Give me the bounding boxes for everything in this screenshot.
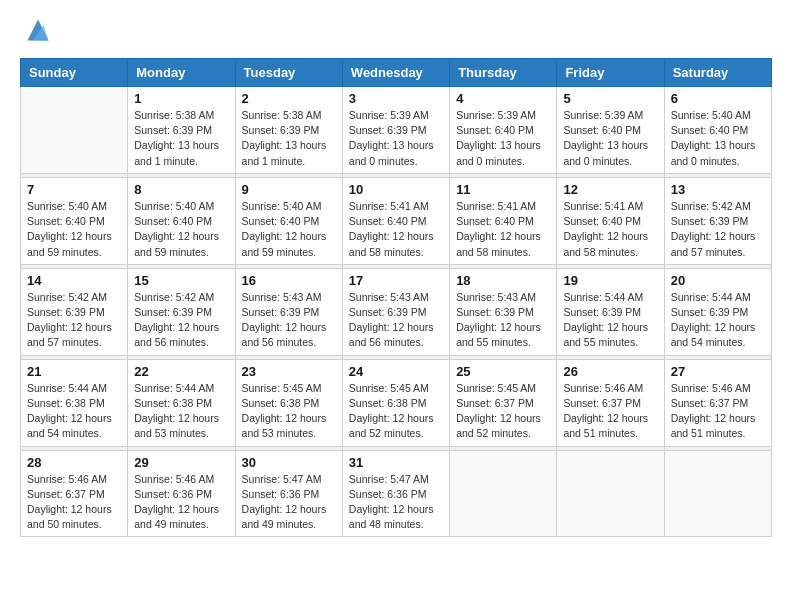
- day-info: Sunrise: 5:42 AM Sunset: 6:39 PM Dayligh…: [134, 290, 228, 351]
- day-number: 5: [563, 91, 657, 106]
- day-number: 20: [671, 273, 765, 288]
- week-row-3: 14Sunrise: 5:42 AM Sunset: 6:39 PM Dayli…: [21, 268, 772, 355]
- weekday-saturday: Saturday: [664, 59, 771, 87]
- day-info: Sunrise: 5:41 AM Sunset: 6:40 PM Dayligh…: [563, 199, 657, 260]
- day-number: 11: [456, 182, 550, 197]
- calendar-table: SundayMondayTuesdayWednesdayThursdayFrid…: [20, 58, 772, 537]
- calendar-cell: 10Sunrise: 5:41 AM Sunset: 6:40 PM Dayli…: [342, 177, 449, 264]
- calendar-cell: 25Sunrise: 5:45 AM Sunset: 6:37 PM Dayli…: [450, 359, 557, 446]
- calendar-cell: 3Sunrise: 5:39 AM Sunset: 6:39 PM Daylig…: [342, 87, 449, 174]
- day-number: 26: [563, 364, 657, 379]
- calendar-cell: 21Sunrise: 5:44 AM Sunset: 6:38 PM Dayli…: [21, 359, 128, 446]
- day-number: 19: [563, 273, 657, 288]
- weekday-header-row: SundayMondayTuesdayWednesdayThursdayFrid…: [21, 59, 772, 87]
- day-info: Sunrise: 5:39 AM Sunset: 6:40 PM Dayligh…: [563, 108, 657, 169]
- day-number: 8: [134, 182, 228, 197]
- calendar-cell: 1Sunrise: 5:38 AM Sunset: 6:39 PM Daylig…: [128, 87, 235, 174]
- day-number: 14: [27, 273, 121, 288]
- week-row-1: 1Sunrise: 5:38 AM Sunset: 6:39 PM Daylig…: [21, 87, 772, 174]
- day-number: 29: [134, 455, 228, 470]
- week-row-2: 7Sunrise: 5:40 AM Sunset: 6:40 PM Daylig…: [21, 177, 772, 264]
- calendar-cell: 16Sunrise: 5:43 AM Sunset: 6:39 PM Dayli…: [235, 268, 342, 355]
- day-number: 15: [134, 273, 228, 288]
- weekday-tuesday: Tuesday: [235, 59, 342, 87]
- weekday-sunday: Sunday: [21, 59, 128, 87]
- day-number: 3: [349, 91, 443, 106]
- day-info: Sunrise: 5:47 AM Sunset: 6:36 PM Dayligh…: [242, 472, 336, 533]
- calendar-cell: 11Sunrise: 5:41 AM Sunset: 6:40 PM Dayli…: [450, 177, 557, 264]
- day-info: Sunrise: 5:42 AM Sunset: 6:39 PM Dayligh…: [671, 199, 765, 260]
- calendar-cell: 18Sunrise: 5:43 AM Sunset: 6:39 PM Dayli…: [450, 268, 557, 355]
- day-number: 30: [242, 455, 336, 470]
- calendar-cell: [21, 87, 128, 174]
- day-number: 18: [456, 273, 550, 288]
- calendar-cell: 9Sunrise: 5:40 AM Sunset: 6:40 PM Daylig…: [235, 177, 342, 264]
- day-info: Sunrise: 5:46 AM Sunset: 6:37 PM Dayligh…: [671, 381, 765, 442]
- calendar-cell: 7Sunrise: 5:40 AM Sunset: 6:40 PM Daylig…: [21, 177, 128, 264]
- day-number: 22: [134, 364, 228, 379]
- day-info: Sunrise: 5:38 AM Sunset: 6:39 PM Dayligh…: [242, 108, 336, 169]
- logo: [20, 20, 52, 48]
- day-number: 24: [349, 364, 443, 379]
- day-info: Sunrise: 5:44 AM Sunset: 6:39 PM Dayligh…: [563, 290, 657, 351]
- day-info: Sunrise: 5:46 AM Sunset: 6:37 PM Dayligh…: [27, 472, 121, 533]
- day-info: Sunrise: 5:38 AM Sunset: 6:39 PM Dayligh…: [134, 108, 228, 169]
- calendar-cell: [664, 450, 771, 537]
- calendar-cell: 12Sunrise: 5:41 AM Sunset: 6:40 PM Dayli…: [557, 177, 664, 264]
- calendar-cell: 26Sunrise: 5:46 AM Sunset: 6:37 PM Dayli…: [557, 359, 664, 446]
- day-info: Sunrise: 5:46 AM Sunset: 6:37 PM Dayligh…: [563, 381, 657, 442]
- logo-icon: [24, 16, 52, 44]
- calendar-cell: 2Sunrise: 5:38 AM Sunset: 6:39 PM Daylig…: [235, 87, 342, 174]
- week-row-5: 28Sunrise: 5:46 AM Sunset: 6:37 PM Dayli…: [21, 450, 772, 537]
- calendar-cell: 30Sunrise: 5:47 AM Sunset: 6:36 PM Dayli…: [235, 450, 342, 537]
- day-number: 2: [242, 91, 336, 106]
- day-number: 9: [242, 182, 336, 197]
- day-number: 23: [242, 364, 336, 379]
- day-number: 1: [134, 91, 228, 106]
- calendar-cell: 27Sunrise: 5:46 AM Sunset: 6:37 PM Dayli…: [664, 359, 771, 446]
- day-number: 27: [671, 364, 765, 379]
- calendar-cell: 15Sunrise: 5:42 AM Sunset: 6:39 PM Dayli…: [128, 268, 235, 355]
- day-info: Sunrise: 5:46 AM Sunset: 6:36 PM Dayligh…: [134, 472, 228, 533]
- day-info: Sunrise: 5:45 AM Sunset: 6:38 PM Dayligh…: [349, 381, 443, 442]
- day-info: Sunrise: 5:44 AM Sunset: 6:38 PM Dayligh…: [134, 381, 228, 442]
- day-number: 17: [349, 273, 443, 288]
- calendar-cell: 22Sunrise: 5:44 AM Sunset: 6:38 PM Dayli…: [128, 359, 235, 446]
- calendar-cell: 13Sunrise: 5:42 AM Sunset: 6:39 PM Dayli…: [664, 177, 771, 264]
- day-number: 12: [563, 182, 657, 197]
- day-info: Sunrise: 5:40 AM Sunset: 6:40 PM Dayligh…: [134, 199, 228, 260]
- day-info: Sunrise: 5:40 AM Sunset: 6:40 PM Dayligh…: [671, 108, 765, 169]
- day-info: Sunrise: 5:43 AM Sunset: 6:39 PM Dayligh…: [349, 290, 443, 351]
- day-info: Sunrise: 5:44 AM Sunset: 6:39 PM Dayligh…: [671, 290, 765, 351]
- day-number: 28: [27, 455, 121, 470]
- calendar-cell: 17Sunrise: 5:43 AM Sunset: 6:39 PM Dayli…: [342, 268, 449, 355]
- calendar-cell: 20Sunrise: 5:44 AM Sunset: 6:39 PM Dayli…: [664, 268, 771, 355]
- calendar-cell: 19Sunrise: 5:44 AM Sunset: 6:39 PM Dayli…: [557, 268, 664, 355]
- day-number: 6: [671, 91, 765, 106]
- day-number: 10: [349, 182, 443, 197]
- day-number: 16: [242, 273, 336, 288]
- weekday-friday: Friday: [557, 59, 664, 87]
- day-number: 21: [27, 364, 121, 379]
- calendar-cell: 24Sunrise: 5:45 AM Sunset: 6:38 PM Dayli…: [342, 359, 449, 446]
- day-info: Sunrise: 5:45 AM Sunset: 6:37 PM Dayligh…: [456, 381, 550, 442]
- weekday-thursday: Thursday: [450, 59, 557, 87]
- day-info: Sunrise: 5:39 AM Sunset: 6:39 PM Dayligh…: [349, 108, 443, 169]
- calendar-cell: 8Sunrise: 5:40 AM Sunset: 6:40 PM Daylig…: [128, 177, 235, 264]
- day-info: Sunrise: 5:41 AM Sunset: 6:40 PM Dayligh…: [349, 199, 443, 260]
- week-row-4: 21Sunrise: 5:44 AM Sunset: 6:38 PM Dayli…: [21, 359, 772, 446]
- day-info: Sunrise: 5:43 AM Sunset: 6:39 PM Dayligh…: [456, 290, 550, 351]
- calendar-cell: 28Sunrise: 5:46 AM Sunset: 6:37 PM Dayli…: [21, 450, 128, 537]
- day-info: Sunrise: 5:42 AM Sunset: 6:39 PM Dayligh…: [27, 290, 121, 351]
- day-number: 31: [349, 455, 443, 470]
- day-info: Sunrise: 5:41 AM Sunset: 6:40 PM Dayligh…: [456, 199, 550, 260]
- day-info: Sunrise: 5:43 AM Sunset: 6:39 PM Dayligh…: [242, 290, 336, 351]
- day-info: Sunrise: 5:40 AM Sunset: 6:40 PM Dayligh…: [242, 199, 336, 260]
- day-number: 13: [671, 182, 765, 197]
- calendar-cell: 23Sunrise: 5:45 AM Sunset: 6:38 PM Dayli…: [235, 359, 342, 446]
- calendar-cell: 5Sunrise: 5:39 AM Sunset: 6:40 PM Daylig…: [557, 87, 664, 174]
- calendar-cell: 14Sunrise: 5:42 AM Sunset: 6:39 PM Dayli…: [21, 268, 128, 355]
- calendar-cell: 31Sunrise: 5:47 AM Sunset: 6:36 PM Dayli…: [342, 450, 449, 537]
- day-info: Sunrise: 5:45 AM Sunset: 6:38 PM Dayligh…: [242, 381, 336, 442]
- day-number: 7: [27, 182, 121, 197]
